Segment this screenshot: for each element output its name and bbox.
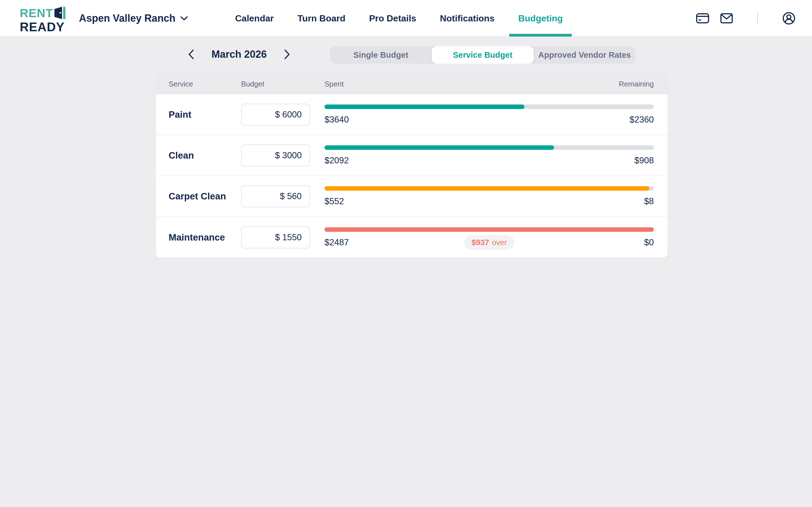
app-root: RENT READY Aspen Valley Ranch C <box>0 0 812 507</box>
progress-track <box>324 186 654 191</box>
property-name: Aspen Valley Ranch <box>79 12 175 24</box>
tab-single-budget[interactable]: Single Budget <box>330 46 432 64</box>
month-label: March 2026 <box>211 48 267 60</box>
tab-approved-vendor-rates[interactable]: Approved Vendor Rates <box>534 46 636 64</box>
nav-item-pro-details[interactable]: Pro Details <box>369 0 416 37</box>
month-navigator: March 2026 <box>187 45 292 64</box>
service-name: Carpet Clean <box>168 191 241 202</box>
top-bar: RENT READY Aspen Valley Ranch C <box>0 0 812 37</box>
chevron-down-icon <box>180 15 188 21</box>
credit-card-icon[interactable] <box>696 13 709 24</box>
over-amount: $937 <box>472 238 489 247</box>
budget-input[interactable] <box>241 104 310 126</box>
table-row-maintenance: Maintenance $2487 $937 over $0 <box>156 217 668 258</box>
budget-input[interactable] <box>241 226 310 248</box>
main-nav: Calendar Turn Board Pro Details Notifica… <box>235 0 563 37</box>
budget-view-tabs: Single Budget Service Budget Approved Ve… <box>330 46 636 64</box>
service-budget-card: Service Budget Spent Remaining Paint $36… <box>156 73 668 258</box>
remaining-value: $0 <box>644 237 654 247</box>
remaining-value: $2360 <box>629 115 654 125</box>
user-icon[interactable] <box>782 11 796 25</box>
remaining-value: $8 <box>644 196 654 207</box>
table-row-paint: Paint $3640 $2360 <box>156 94 668 135</box>
service-name: Clean <box>168 150 241 161</box>
door-icon <box>54 6 66 20</box>
rent-ready-logo: RENT READY <box>20 7 65 33</box>
spent-value: $3640 <box>324 115 349 125</box>
logo-text-rent: RENT <box>20 7 53 19</box>
progress-fill <box>324 145 554 150</box>
spent-value: $552 <box>324 196 344 207</box>
column-header-remaining: Remaining <box>619 80 654 89</box>
budget-input[interactable] <box>241 185 310 207</box>
progress-fill <box>324 186 649 191</box>
nav-item-calendar[interactable]: Calendar <box>235 0 274 37</box>
topbar-actions <box>696 0 796 37</box>
spent-value: $2092 <box>324 156 349 166</box>
nav-item-turn-board[interactable]: Turn Board <box>297 0 345 37</box>
logo-text-ready: READY <box>20 21 65 33</box>
topbar-divider <box>757 12 758 25</box>
progress-fill <box>324 227 654 232</box>
over-budget-badge: $937 over <box>464 235 514 250</box>
nav-item-notifications[interactable]: Notifications <box>440 0 495 37</box>
tab-service-budget[interactable]: Service Budget <box>432 46 534 64</box>
budget-input[interactable] <box>241 145 310 166</box>
property-selector[interactable]: Aspen Valley Ranch <box>79 0 188 37</box>
table-row-carpet-clean: Carpet Clean $552 $8 <box>156 176 668 217</box>
chevron-left-icon[interactable] <box>187 48 196 61</box>
remaining-value: $908 <box>635 156 654 166</box>
column-header-spent: Spent <box>324 80 344 89</box>
nav-item-budgeting[interactable]: Budgeting <box>518 0 563 37</box>
mail-icon[interactable] <box>720 13 733 24</box>
table-row-clean: Clean $2092 $908 <box>156 135 668 176</box>
chevron-right-icon[interactable] <box>283 48 292 61</box>
over-label: over <box>492 238 507 247</box>
progress-track <box>324 227 654 232</box>
column-header-budget: Budget <box>241 80 324 89</box>
progress-track <box>324 105 654 109</box>
column-header-service: Service <box>168 80 241 89</box>
progress-track <box>324 145 654 150</box>
progress-fill <box>324 105 524 109</box>
table-header: Service Budget Spent Remaining <box>156 73 668 94</box>
service-name: Paint <box>168 109 241 120</box>
service-name: Maintenance <box>168 232 241 243</box>
spent-value: $2487 <box>324 237 349 247</box>
